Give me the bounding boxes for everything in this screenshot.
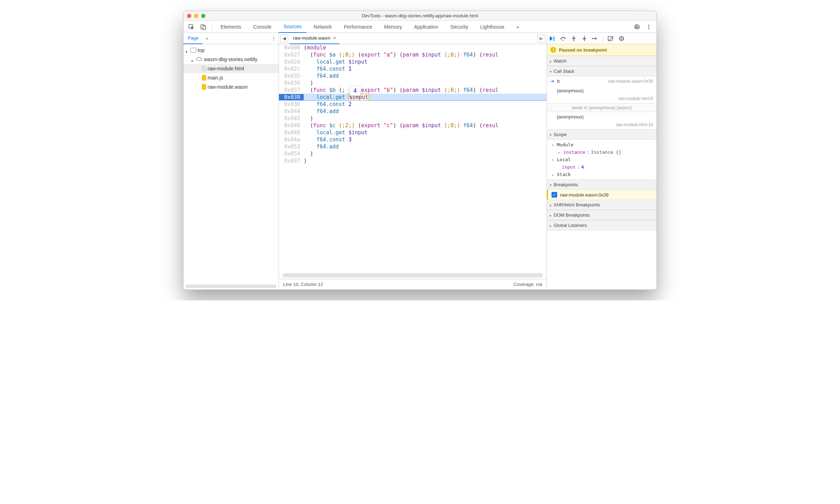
callstack-frame[interactable]: ➔ b raw-module.wasm:0x39	[547, 76, 657, 86]
step-icon[interactable]	[591, 35, 599, 42]
tree-file-wasm[interactable]: raw-module.wasm	[183, 82, 279, 92]
gutter-address[interactable]: 0x02c	[279, 66, 304, 72]
code-content: f64.add	[304, 143, 339, 150]
tab-console[interactable]: Console	[248, 21, 276, 33]
gutter-address[interactable]: 0x036	[279, 80, 304, 86]
code-line[interactable]: 0x039 local.get $input	[279, 94, 547, 101]
breakpoint-checkbox[interactable]: ✓	[552, 192, 557, 198]
svg-rect-10	[554, 36, 554, 41]
resume-icon[interactable]	[549, 35, 556, 42]
callstack-frame[interactable]: (anonymous) raw-module.html:10	[547, 112, 657, 129]
dom-breakpoints-header[interactable]: DOM Breakpoints	[547, 210, 657, 220]
navigator-h-scrollbar[interactable]	[186, 285, 276, 288]
code-line[interactable]: 0x000(module	[279, 44, 547, 51]
cursor-position: Line 10, Column 12	[283, 282, 323, 287]
gutter-address[interactable]: 0x048	[279, 129, 304, 136]
expand-icon[interactable]	[186, 48, 189, 52]
tab-performance[interactable]: Performance	[339, 21, 377, 33]
gutter-address[interactable]: 0x097	[279, 158, 304, 164]
gutter-address[interactable]: 0x039	[279, 94, 304, 100]
cloud-icon	[196, 57, 203, 63]
hover-value-tooltip: 4	[350, 86, 361, 96]
tab-lighthouse[interactable]: Lighthouse	[475, 21, 509, 33]
frame-name: (anonymous)	[557, 114, 584, 119]
code-line[interactable]: 0x046 (func $c (;2;) (export "c") (param…	[279, 122, 547, 129]
tab-application[interactable]: Application	[409, 21, 443, 33]
tree-file-html[interactable]: raw-module.html	[183, 64, 279, 73]
callstack-frame[interactable]: (anonymous) raw-module.html:9	[547, 86, 657, 103]
code-line[interactable]: 0x04a f64.const 3	[279, 136, 547, 143]
code-editor[interactable]: 0x000(module0x027 (func $a (;0;) (export…	[279, 44, 547, 272]
gutter-address[interactable]: 0x044	[279, 108, 304, 115]
scope-stack[interactable]: Stack	[552, 171, 657, 178]
code-line[interactable]: 0x053 f64.add	[279, 143, 547, 150]
gutter-address[interactable]: 0x053	[279, 143, 304, 150]
deactivate-breakpoints-icon[interactable]	[607, 35, 614, 42]
tree-origin[interactable]: wasm-dbg-stories.netlify	[183, 55, 279, 64]
gutter-address[interactable]: 0x000	[279, 45, 304, 51]
code-line[interactable]: 0x097)	[279, 157, 547, 164]
tab-network[interactable]: Network	[309, 21, 337, 33]
code-line[interactable]: 0x03b f64.const 2	[279, 101, 547, 108]
tabs-more-icon[interactable]: »	[512, 21, 524, 33]
code-line[interactable]: 0x036 )	[279, 80, 547, 87]
breakpoints-section-header[interactable]: Breakpoints	[547, 180, 657, 190]
code-line[interactable]: 0x02c f64.const 1	[279, 65, 547, 72]
nav-back-icon[interactable]: ◀	[280, 35, 288, 42]
xhr-breakpoints-header[interactable]: XHR/fetch Breakpoints	[547, 200, 657, 210]
close-tab-icon[interactable]: ×	[333, 35, 336, 41]
step-over-icon[interactable]	[560, 35, 567, 42]
inspect-icon[interactable]	[186, 22, 196, 32]
code-line[interactable]: 0x054 )	[279, 150, 547, 157]
tab-memory[interactable]: Memory	[379, 21, 407, 33]
svg-rect-17	[620, 37, 621, 40]
gutter-address[interactable]: 0x037	[279, 87, 304, 93]
gutter-address[interactable]: 0x054	[279, 151, 304, 157]
gutter-address[interactable]: 0x027	[279, 52, 304, 58]
expand-icon[interactable]	[191, 58, 195, 61]
code-line[interactable]: 0x035 f64.add	[279, 72, 547, 80]
tree-top-frame[interactable]: top	[183, 46, 279, 55]
gutter-address[interactable]: 0x04a	[279, 136, 304, 143]
code-line[interactable]: 0x02a local.get $input	[279, 58, 547, 65]
code-content: (func $a (;0;) (export "a") (param $inpu…	[304, 52, 498, 58]
watch-section-header[interactable]: Watch	[547, 56, 657, 66]
gutter-address[interactable]: 0x02a	[279, 59, 304, 65]
navigator-menu-icon[interactable]	[269, 36, 279, 41]
scope-section-header[interactable]: Scope	[547, 129, 657, 140]
scope-module[interactable]: Module	[552, 141, 657, 148]
code-line[interactable]: 0x045 )	[279, 115, 547, 122]
settings-gear-icon[interactable]	[632, 22, 642, 32]
global-listeners-header[interactable]: Global Listeners	[547, 220, 657, 230]
gutter-address[interactable]: 0x03b	[279, 101, 304, 107]
breakpoint-item[interactable]: ✓ raw-module.wasm:0x39	[547, 190, 657, 200]
code-line[interactable]: 0x037 (func $b (; ) (export "b") (param …	[279, 87, 547, 94]
tree-file-js[interactable]: main.js	[183, 73, 279, 82]
code-line[interactable]: 0x044 f64.add	[279, 108, 547, 115]
editor-tab[interactable]: raw-module.wasm ×	[290, 33, 339, 44]
code-line[interactable]: 0x027 (func $a (;0;) (export "a") (param…	[279, 51, 547, 58]
editor-tab-label: raw-module.wasm	[293, 35, 330, 41]
nav-forward-icon[interactable]: ▶	[537, 35, 545, 42]
navigator-tab-page[interactable]: Page	[183, 33, 203, 44]
kebab-menu-icon[interactable]	[644, 22, 654, 32]
device-toggle-icon[interactable]	[198, 22, 208, 32]
gutter-address[interactable]: 0x035	[279, 73, 304, 79]
tab-elements[interactable]: Elements	[216, 21, 246, 33]
scope-local[interactable]: Local	[552, 156, 657, 163]
tab-sources[interactable]: Sources	[279, 21, 307, 33]
navigator-tabs-more-icon[interactable]: »	[203, 36, 211, 41]
gutter-address[interactable]: 0x045	[279, 115, 304, 122]
code-content: f64.add	[304, 108, 339, 115]
step-into-icon[interactable]	[570, 35, 577, 42]
step-out-icon[interactable]	[581, 35, 588, 42]
tab-security[interactable]: Security	[445, 21, 473, 33]
gutter-address[interactable]: 0x046	[279, 122, 304, 129]
code-line[interactable]: 0x048 local.get $input	[279, 129, 547, 136]
scope-instance[interactable]: instance: Instance {}	[552, 148, 657, 156]
scope-local-input[interactable]: input: 4	[552, 163, 657, 171]
pause-exceptions-icon[interactable]	[618, 35, 625, 42]
callstack-section-header[interactable]: Call Stack	[547, 66, 657, 76]
file-tree[interactable]: top wasm-dbg-stories.netlify raw-module.…	[183, 44, 279, 285]
editor-h-scrollbar[interactable]	[282, 273, 543, 277]
